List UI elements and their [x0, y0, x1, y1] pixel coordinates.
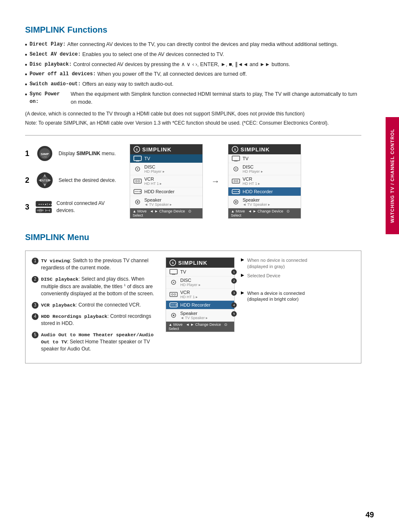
menu-item-4: 4 HDD Recordings playback: Control recor…	[32, 313, 157, 327]
hdd-icon-center	[169, 302, 178, 308]
step2: 2 ENTER Select the desired device.	[25, 171, 117, 190]
text-5: Audio Out to Home Theater speaker/Audio …	[41, 331, 157, 353]
simplink-logo-icon-right: S	[232, 146, 238, 153]
menu-item-tv-right: TV	[228, 154, 301, 163]
indicator-5: 5	[231, 311, 237, 317]
label-disc-playback: Disc playback:	[30, 61, 72, 68]
bullet-list: Direct Play: After connecting AV devices…	[25, 41, 361, 106]
simplink-logo-text-right: SIMPLINK	[240, 146, 270, 153]
legend-text-selected: Selected Device	[247, 273, 281, 279]
step3-text: Control connected AV devices.	[56, 200, 117, 214]
menu-c-hdd: HDD Recorder 4	[166, 301, 234, 309]
vcr-icon-center	[169, 292, 178, 297]
menu-item-disc-right: DISCHD Player ▸	[228, 163, 301, 175]
svg-point-27	[138, 180, 140, 182]
vcr-text-left: VCRHD HT 1 ▸	[144, 176, 199, 186]
menu-right: S SIMPLINK TV 1 DISCHD Player ▸	[166, 257, 355, 357]
note1: (A device, which is connected to the TV …	[25, 110, 361, 118]
simplink-screen-center: S SIMPLINK TV 1 DISCHD Player ▸	[166, 257, 235, 332]
tv-text-left: TV	[144, 156, 199, 161]
simplink-logo-text-left: SIMPLINK	[142, 146, 171, 153]
menu-item-vcr-right: VCRHD HT 1 ▸	[228, 175, 301, 187]
menu-item-tv-left: TV	[130, 154, 202, 163]
section2-title: SIMPLINK Menu	[25, 233, 361, 242]
simplink-screens: S SIMPLINK TV DISCHD Player ▸ VCRHD HT 1…	[130, 144, 361, 219]
menu-c-tv: TV 1	[166, 268, 234, 276]
menu-item-disc-left: DISCHD Player ▸	[130, 163, 202, 175]
navigate-button-icon: ENTER	[35, 171, 54, 190]
legend-col: ▶ When no device is connected (displayed…	[241, 257, 316, 305]
hdd-text-left: HDD Recorder	[144, 189, 199, 194]
text-switch-audio: Offers an easy way to switch audio-out.	[82, 80, 174, 88]
step2-number: 2	[25, 176, 31, 184]
vcr-text-right: VCRHD HT 1 ▸	[243, 176, 297, 186]
tv-text-right: TV	[243, 156, 297, 161]
speaker-text-left: Speaker◄ TV Speaker ▸	[144, 197, 199, 207]
tv-icon-center	[169, 269, 178, 275]
svg-point-44	[238, 191, 239, 192]
svg-point-54	[171, 294, 173, 295]
disc-c-text: DISCHD Player ▸	[180, 278, 231, 287]
simplink-logo-icon-center: S	[169, 259, 176, 266]
simplink-header-right: S SIMPLINK	[228, 144, 301, 154]
simplink-screen-left: S SIMPLINK TV DISCHD Player ▸ VCRHD HT 1…	[130, 144, 203, 219]
step3: 3 ◄◄ ► ■ ‖ ►► ENTER Control connected AV…	[25, 197, 117, 217]
legend-text-bright: When a device is connected (displayed in…	[247, 290, 316, 302]
bullet-direct-play: Direct Play: After connecting AV devices…	[25, 41, 361, 49]
step1-text: Display SIMPLINK menu.	[59, 150, 116, 157]
legend-bright: ▶ When a device is connected (displayed …	[241, 290, 316, 302]
text-1: TV viewing: Switch to the previous TV ch…	[41, 257, 157, 271]
text-disc-playback: Control connected AV devices by pressing…	[73, 61, 290, 69]
text-2: DISC playback: Select and play discs. Wh…	[41, 276, 157, 297]
menu-item-2: 2 DISC playback: Select and play discs. …	[32, 276, 157, 297]
disc-text-left: DISCHD Player ▸	[144, 164, 199, 174]
simplink-header-center: S SIMPLINK	[166, 258, 234, 268]
svg-point-40	[234, 180, 235, 182]
num-5: 5	[32, 332, 38, 338]
vcr-icon-right	[232, 178, 240, 184]
section1-title: SIMPLINK Functions	[25, 25, 361, 35]
legend-gray: ▶ When no device is connected (displayed…	[241, 257, 316, 269]
label-direct-play: Direct Play:	[30, 41, 66, 48]
simplink-header-left: S SIMPLINK	[130, 144, 202, 154]
remote-steps: 1 SIMP LINK Display SIMPLINK menu. 2	[25, 144, 361, 224]
bullet-switch-audio: Switch audio-out: Offers an easy way to …	[25, 80, 361, 88]
svg-rect-25	[134, 179, 141, 183]
svg-point-32	[137, 201, 138, 203]
hdd-c-text: HDD Recorder	[180, 302, 231, 307]
svg-text:ENTER: ENTER	[40, 179, 50, 182]
main-content: SIMPLINK Functions Direct Play: After co…	[0, 0, 399, 380]
label-select-av: Select AV device:	[30, 51, 81, 58]
speaker-icon-center	[169, 312, 178, 318]
menu-item-3: 3 VCR playback: Control the connected VC…	[32, 302, 157, 309]
simplink-center-container: S SIMPLINK TV 1 DISCHD Player ▸	[166, 257, 235, 332]
svg-text:ENTER: ENTER	[37, 210, 44, 212]
legend-selected: ▶ Selected Device	[241, 273, 316, 279]
menu-c-vcr: VCRHD HT 1 ▸ 3	[166, 289, 234, 301]
bullet-select-av: Select AV device: Enables you to select …	[25, 51, 361, 59]
speaker-icon-right	[232, 199, 240, 205]
menu-item-1: 1 TV viewing: Switch to the previous TV …	[32, 257, 157, 271]
simplink-footer-center: ▲ Move ◄ ► Change Device ⊙ Select	[166, 322, 234, 332]
tv-c-text: TV	[180, 269, 231, 274]
step1: 1 SIMP LINK Display SIMPLINK menu.	[25, 144, 117, 163]
text-direct-play: After connecting AV devices to the TV, y…	[67, 41, 338, 49]
svg-rect-35	[232, 156, 240, 161]
speaker-text-right: Speaker◄ TV Speaker ▸	[243, 197, 297, 207]
tri-icon-3: ▶	[241, 290, 244, 295]
note2: Note: To operate SIMPLINK, an HDMI cable…	[25, 119, 361, 127]
side-tab: WATCHING TV / CHANNEL CONTROL	[386, 117, 399, 234]
legend-text-gray: When no device is connected (displayed i…	[247, 257, 316, 269]
svg-point-26	[136, 180, 137, 182]
legend-spacer	[241, 282, 316, 290]
svg-point-30	[140, 191, 141, 192]
indicator-2: 2	[231, 278, 237, 284]
bullet-disc-playback: Disc playback: Control connected AV devi…	[25, 61, 361, 69]
footer-text-center: ▲ Move ◄ ► Change Device ⊙ Select	[169, 322, 232, 331]
svg-rect-53	[170, 292, 177, 297]
bullet-sync-power: Sync Power on: When the equipment with S…	[25, 90, 361, 106]
disc-icon-left	[133, 166, 142, 172]
menu-content: 1 TV viewing: Switch to the previous TV …	[32, 257, 355, 357]
indicator-1: 1	[231, 269, 237, 275]
svg-point-24	[137, 169, 138, 170]
